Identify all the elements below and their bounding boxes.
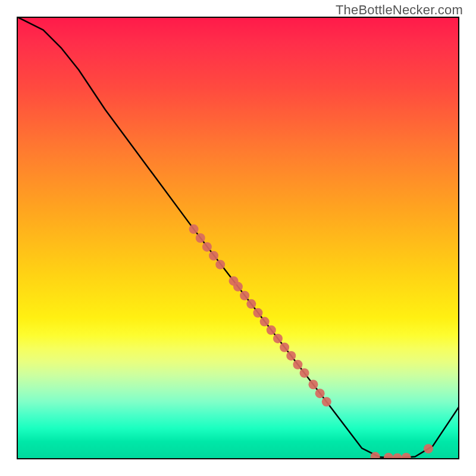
- chart-container: TheBottleNecker.com: [0, 0, 476, 476]
- gradient-background: [17, 17, 459, 459]
- watermark-text: TheBottleNecker.com: [336, 2, 463, 18]
